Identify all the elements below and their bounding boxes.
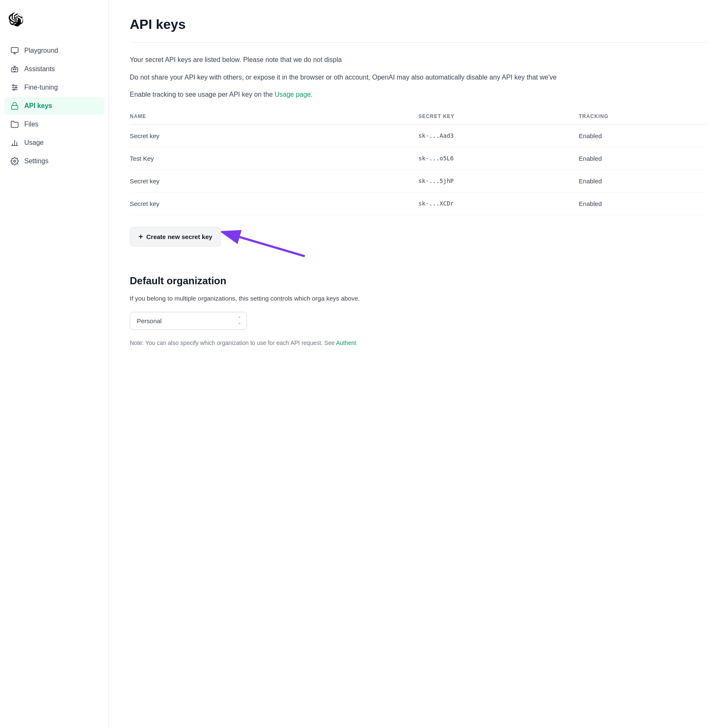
key-value: sk-...XCDr [419,192,579,215]
usage-page-link[interactable]: Usage page [275,91,311,98]
authent-link[interactable]: Authent [336,340,356,346]
robot-icon [10,64,19,74]
sidebar-nav: Playground Assistants Fine-tuning [0,42,108,170]
table-row: Secret key sk-...5jhP Enabled [130,170,707,192]
main-content: API keys Your secret API keys are listed… [109,0,728,728]
default-org-desc: If you belong to multiple organizations,… [130,293,707,304]
sidebar-item-assistants[interactable]: Assistants [4,60,104,78]
svg-point-10 [15,87,17,88]
description-2: Do not share your API key with others, o… [130,72,707,83]
key-tracking: Enabled [579,170,707,192]
sidebar-item-label: Fine-tuning [24,84,58,91]
settings-icon [10,157,19,166]
col-name-header: NAME [130,110,419,125]
monitor-icon [10,46,19,55]
sidebar-item-playground[interactable]: Playground [4,42,104,59]
default-org-title: Default organization [130,275,707,287]
svg-point-11 [13,89,15,90]
key-name: Test Key [130,147,419,170]
svg-point-17 [14,160,16,162]
key-tracking: Enabled [579,147,707,170]
svg-point-5 [15,69,16,70]
plus-icon: + [139,232,143,241]
key-name: Secret key [130,192,419,215]
openai-logo-icon [8,13,23,28]
logo [0,8,108,42]
note-text: Note: You can also specify which organiz… [130,338,707,347]
create-btn-wrapper: + Create new secret key [130,227,221,268]
svg-point-9 [13,85,14,86]
bar-chart-icon [10,138,19,147]
sliders-icon [10,83,19,92]
col-tracking-header: TRACKING [579,110,707,125]
sidebar-item-label: API keys [24,102,52,110]
key-name: Secret key [130,124,419,147]
create-secret-key-button[interactable]: + Create new secret key [130,227,221,247]
svg-line-19 [234,235,305,256]
divider [130,42,707,43]
table-row: Secret key sk-...XCDr Enabled [130,192,707,215]
description-1: Your secret API keys are listed below. P… [130,54,707,65]
svg-rect-0 [11,48,18,53]
sidebar-item-label: Files [24,121,39,128]
sidebar-item-usage[interactable]: Usage [4,134,104,152]
org-select[interactable]: Personal [130,312,247,330]
sidebar-item-label: Playground [24,47,58,54]
api-keys-table: NAME SECRET KEY TRACKING Secret key sk-.… [130,110,707,215]
key-tracking: Enabled [579,124,707,147]
page-title: API keys [130,17,707,32]
svg-rect-12 [12,105,18,109]
org-select-wrapper: Personal [130,312,247,330]
key-value: sk-...Aad3 [419,124,579,147]
sidebar-item-label: Assistants [24,65,55,73]
sidebar: Playground Assistants Fine-tuning [0,0,109,728]
key-value: sk-...5jhP [419,170,579,192]
tracking-description: Enable tracking to see usage per API key… [130,89,707,100]
table-row: Test Key sk-...o5L6 Enabled [130,147,707,170]
key-name: Secret key [130,170,419,192]
folder-icon [10,120,19,129]
arrow-annotation [221,223,330,265]
sidebar-item-label: Usage [24,139,44,147]
col-key-header: SECRET KEY [419,110,579,125]
sidebar-item-fine-tuning[interactable]: Fine-tuning [4,79,104,96]
key-tracking: Enabled [579,192,707,215]
key-value: sk-...o5L6 [419,147,579,170]
svg-point-4 [13,69,14,70]
sidebar-item-label: Settings [24,157,49,165]
create-btn-label: Create new secret key [147,233,213,240]
table-row: Secret key sk-...Aad3 Enabled [130,124,707,147]
sidebar-item-api-keys[interactable]: API keys [4,97,104,115]
lock-icon [10,101,19,111]
sidebar-item-files[interactable]: Files [4,116,104,133]
sidebar-item-settings[interactable]: Settings [4,152,104,170]
